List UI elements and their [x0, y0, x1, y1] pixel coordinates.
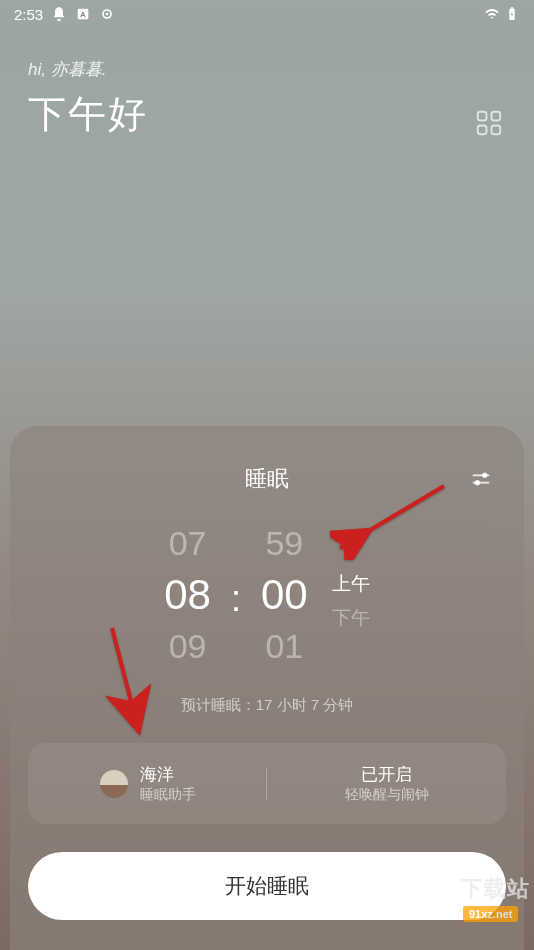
panel-title: 睡眠	[28, 464, 506, 494]
svg-rect-7	[492, 112, 501, 121]
battery-icon	[504, 6, 520, 22]
app-indicator-icon: A	[75, 6, 91, 22]
apps-grid-button[interactable]	[474, 108, 504, 138]
svg-point-3	[106, 13, 109, 16]
sleep-assistant-button[interactable]: 海洋 睡眠助手	[28, 763, 267, 804]
feature-row: 海洋 睡眠助手 已开启 轻唤醒与闹钟	[28, 743, 506, 824]
ampm-column[interactable]: 上午 下午	[332, 559, 370, 631]
settings-sliders-button[interactable]	[470, 468, 492, 490]
wifi-icon	[484, 6, 500, 22]
am-option[interactable]: 上午	[332, 571, 370, 597]
ocean-theme-icon	[100, 770, 128, 798]
minute-prev: 59	[265, 524, 303, 563]
start-sleep-button[interactable]: 开始睡眠	[28, 852, 506, 920]
time-picker[interactable]: 07 08 09 : 59 00 01 上午 下午	[28, 524, 506, 666]
svg-point-12	[483, 474, 487, 478]
minute-next: 01	[265, 627, 303, 666]
feature2-title: 已开启	[361, 763, 412, 786]
status-time: 2:53	[14, 6, 43, 23]
hour-next: 09	[169, 627, 207, 666]
watermark-url: 91xz.net	[463, 906, 518, 922]
feature1-title: 海洋	[140, 763, 196, 786]
svg-point-13	[476, 481, 480, 485]
greeting-time: 下午好	[28, 89, 506, 140]
minute-column[interactable]: 59 00 01	[261, 524, 308, 666]
feature2-subtitle: 轻唤醒与闹钟	[345, 786, 429, 804]
sleep-estimate-label: 预计睡眠：17 小时 7 分钟	[28, 696, 506, 715]
feature1-subtitle: 睡眠助手	[140, 786, 196, 804]
watermark-text: 下载站	[461, 876, 530, 901]
status-bar: 2:53 A	[0, 0, 534, 28]
status-left: 2:53 A	[14, 6, 115, 23]
hour-column[interactable]: 07 08 09	[164, 524, 211, 666]
time-separator: :	[231, 578, 241, 620]
svg-rect-9	[492, 126, 501, 135]
greeting-user: hi, 亦暮暮.	[28, 58, 506, 81]
watermark: 下载站 91xz.net	[461, 874, 530, 922]
notification-icon	[51, 6, 67, 22]
pm-option[interactable]: 下午	[332, 605, 370, 631]
minute-selected: 00	[261, 571, 308, 619]
svg-rect-6	[478, 112, 487, 121]
gear-icon	[99, 6, 115, 22]
svg-rect-8	[478, 126, 487, 135]
header: hi, 亦暮暮. 下午好	[0, 28, 534, 170]
hour-prev: 07	[169, 524, 207, 563]
sleep-panel: 睡眠 07 08 09 : 59 00 01 上午 下午 预计睡眠：17 小时 …	[10, 426, 524, 950]
alarm-settings-button[interactable]: 已开启 轻唤醒与闹钟	[267, 763, 506, 804]
svg-text:A: A	[80, 10, 86, 19]
status-right	[484, 6, 520, 22]
svg-rect-5	[511, 7, 514, 9]
hour-selected: 08	[164, 571, 211, 619]
